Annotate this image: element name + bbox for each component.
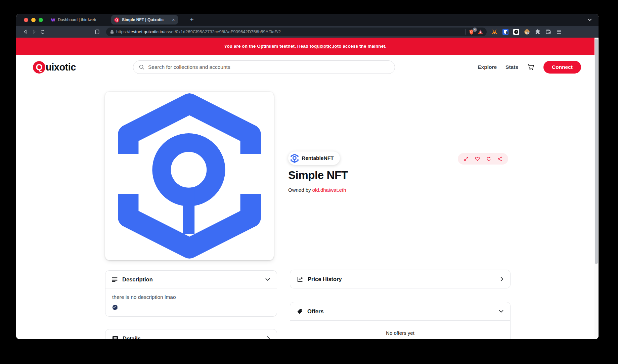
cart-icon[interactable] [527, 63, 535, 71]
offers-card: Offers No offers yet [290, 302, 511, 339]
owner-link[interactable]: old.dhaiwat.eth [312, 187, 346, 193]
brave-rewards-icon[interactable] [478, 29, 483, 35]
url-scheme: https:// [116, 29, 129, 34]
asset-page: RentableNFT Simple NFT [16, 80, 594, 339]
chevron-down-icon[interactable] [499, 310, 503, 313]
url-path: /asset/0x1d269Cf95A2732ce98fAaF909642D75… [163, 29, 281, 34]
search-input[interactable] [148, 64, 389, 70]
favorite-heart-icon[interactable] [475, 156, 480, 162]
tab-quixotic-active[interactable]: Q Simple NFT | Quixotic ✕ [111, 15, 178, 25]
details-list-icon [112, 335, 118, 339]
menu-icon[interactable] [556, 29, 562, 35]
extension-row [491, 29, 562, 35]
owned-by-label: Owned by [288, 187, 312, 193]
share-icon[interactable] [497, 156, 503, 162]
site-header: Q uixotic Explore Stats Connect [16, 55, 594, 80]
browser-window: W Dashboard | thirdweb Q Simple NFT | Qu… [16, 14, 599, 339]
brave-shield-icon[interactable]: 4 [469, 29, 475, 35]
offers-title: Offers [307, 308, 324, 315]
offers-empty-state: No offers yet [290, 321, 510, 339]
record-extension-icon[interactable] [513, 29, 519, 35]
tab-title: Dashboard | thirdweb [58, 17, 96, 22]
logo-wordmark: uixotic [46, 62, 76, 73]
offers-header[interactable]: Offers [290, 302, 510, 320]
forward-button[interactable] [30, 28, 38, 36]
chevron-right-icon[interactable] [500, 277, 503, 281]
quixotic-logo[interactable]: Q uixotic [33, 61, 76, 74]
quixotic-favicon: Q [114, 17, 119, 22]
description-body: there is no description lmao [105, 288, 277, 316]
description-header[interactable]: Description [105, 271, 277, 288]
thirdweb-favicon: W [51, 17, 55, 22]
testnet-banner: You are on the Optimism testnet. Head to… [16, 38, 594, 55]
window-controls [24, 18, 43, 22]
refresh-icon[interactable] [486, 156, 491, 162]
description-lines-icon [112, 277, 118, 282]
owner-line: Owned by old.dhaiwat.eth [288, 187, 346, 193]
banner-text-pre: You are on the Optimism testnet. Head to [224, 44, 314, 49]
etherscan-icon[interactable] [112, 305, 118, 310]
extensions-puzzle-icon[interactable] [534, 29, 541, 35]
reload-button[interactable] [38, 28, 47, 36]
price-history-header[interactable]: Price History [290, 270, 510, 288]
tab-search-chevron-icon[interactable] [586, 16, 593, 23]
site-search[interactable] [133, 60, 395, 74]
asset-title: Simple NFT [288, 169, 348, 182]
collection-name: RentableNFT [302, 155, 334, 161]
tab-title: Simple NFT | Quixotic [122, 17, 164, 22]
tab-thirdweb[interactable]: W Dashboard | thirdweb [51, 17, 96, 22]
zoom-window-button[interactable] [39, 18, 43, 22]
details-title: Details [123, 335, 141, 339]
metamask-extension-icon[interactable] [491, 29, 498, 35]
price-history-title: Price History [308, 276, 342, 282]
url-bar[interactable]: https://testnet.quixotic.io/asset/0x1d26… [106, 28, 487, 36]
browser-toolbar: https://testnet.quixotic.io/asset/0x1d26… [16, 26, 599, 38]
details-header[interactable]: Details [105, 329, 277, 339]
tab-close-icon[interactable]: ✕ [172, 18, 175, 22]
chevron-down-icon[interactable] [265, 278, 270, 281]
page-scrollbar [594, 38, 599, 339]
close-window-button[interactable] [24, 18, 28, 22]
price-chart-icon [297, 276, 303, 282]
collection-badge[interactable]: RentableNFT [288, 151, 340, 165]
logo-q-mark: Q [33, 61, 45, 74]
hamster-extension-icon[interactable] [524, 29, 530, 35]
url-host: testnet.quixotic.io [129, 29, 163, 34]
offers-tag-icon [297, 308, 303, 314]
lock-icon [110, 30, 114, 34]
nft-image-card [105, 92, 274, 260]
sidebar-icon[interactable] [93, 28, 101, 36]
url-text: https://testnet.quixotic.io/asset/0x1d26… [116, 29, 281, 34]
search-icon [139, 64, 145, 70]
nft-artwork-ankr-logo [118, 93, 261, 259]
description-text: there is no description lmao [112, 294, 270, 300]
nav-explore[interactable]: Explore [478, 64, 497, 70]
new-tab-button[interactable]: + [187, 15, 196, 24]
password-manager-extension-icon[interactable] [502, 29, 509, 35]
asset-action-bar [458, 153, 508, 165]
wallet-icon[interactable] [545, 29, 551, 35]
banner-mainnet-link[interactable]: quixotic.io [314, 44, 337, 49]
tab-bar: W Dashboard | thirdweb Q Simple NFT | Qu… [16, 14, 599, 26]
chevron-right-icon[interactable] [267, 336, 270, 339]
scrollbar-thumb[interactable] [595, 39, 598, 264]
description-card: Description there is no description lmao [105, 270, 277, 317]
minimize-window-button[interactable] [31, 18, 36, 22]
price-history-card: Price History [290, 270, 511, 288]
details-card: Details [105, 329, 277, 339]
nav-stats[interactable]: Stats [505, 64, 518, 70]
back-button[interactable] [21, 28, 30, 36]
shield-counter-badge: 4 [473, 28, 477, 32]
url-separator [465, 29, 466, 35]
description-title: Description [122, 276, 153, 283]
banner-text-post: to access the mainnet. [337, 44, 387, 49]
collection-logo-icon [291, 154, 299, 163]
connect-wallet-button[interactable]: Connect [543, 61, 581, 74]
expand-icon[interactable] [463, 156, 469, 162]
page-viewport: You are on the Optimism testnet. Head to… [16, 38, 599, 339]
